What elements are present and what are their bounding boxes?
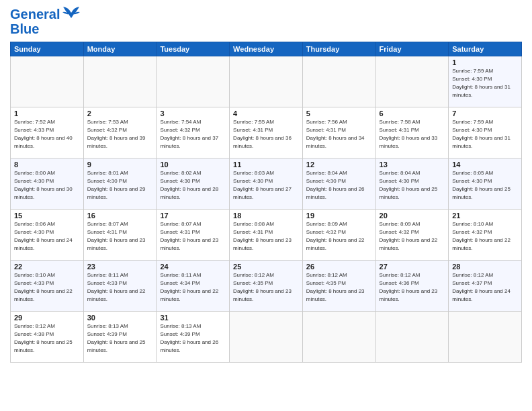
day-number: 6 — [380, 109, 445, 118]
day-cell — [157, 56, 230, 107]
day-cell: 24 Sunrise: 8:11 AM Sunset: 4:34 PM Dayl… — [157, 261, 230, 312]
day-cell: 27 Sunrise: 8:12 AM Sunset: 4:36 PM Dayl… — [375, 261, 449, 312]
day-number: 24 — [160, 263, 226, 271]
day-number: 15 — [14, 212, 80, 220]
day-cell: 7 Sunrise: 7:59 AM Sunset: 4:30 PM Dayli… — [449, 107, 522, 158]
day-number: 23 — [87, 263, 153, 271]
day-cell: 4 Sunrise: 7:55 AM Sunset: 4:31 PM Dayli… — [230, 107, 303, 158]
day-cell: 1 Sunrise: 7:52 AM Sunset: 4:33 PM Dayli… — [11, 107, 84, 158]
day-number: 22 — [14, 263, 80, 271]
day-number: 11 — [233, 161, 299, 169]
week-row-5: 22 Sunrise: 8:10 AM Sunset: 4:33 PM Dayl… — [11, 261, 522, 312]
col-header-tuesday: Tuesday — [157, 42, 230, 56]
day-cell: 6 Sunrise: 7:58 AM Sunset: 4:31 PM Dayli… — [375, 107, 449, 158]
col-header-friday: Friday — [375, 42, 449, 56]
day-number: 16 — [87, 212, 153, 220]
day-number: 31 — [160, 314, 226, 322]
day-cell: 30 Sunrise: 8:13 AM Sunset: 4:39 PM Dayl… — [83, 312, 157, 363]
day-cell: 26 Sunrise: 8:12 AM Sunset: 4:35 PM Dayl… — [302, 261, 375, 312]
calendar-table: SundayMondayTuesdayWednesdayThursdayFrid… — [10, 42, 522, 363]
day-cell: 1 Sunrise: 7:59 AM Sunset: 4:30 PM Dayli… — [449, 56, 522, 107]
day-cell: 21 Sunrise: 8:10 AM Sunset: 4:32 PM Dayl… — [449, 210, 522, 261]
day-cell: 3 Sunrise: 7:54 AM Sunset: 4:32 PM Dayli… — [157, 107, 230, 158]
day-info: Sunrise: 7:59 AM Sunset: 4:30 PM Dayligh… — [452, 68, 511, 98]
day-cell: 5 Sunrise: 7:56 AM Sunset: 4:31 PM Dayli… — [302, 107, 375, 158]
day-info: Sunrise: 7:52 AM Sunset: 4:33 PM Dayligh… — [14, 119, 73, 149]
day-cell: 22 Sunrise: 8:10 AM Sunset: 4:33 PM Dayl… — [11, 261, 84, 312]
day-info: Sunrise: 8:12 AM Sunset: 4:38 PM Dayligh… — [14, 323, 73, 353]
day-number: 29 — [14, 314, 80, 322]
col-header-saturday: Saturday — [449, 42, 522, 56]
day-info: Sunrise: 8:09 AM Sunset: 4:32 PM Dayligh… — [380, 221, 438, 251]
day-number: 13 — [380, 161, 445, 169]
day-info: Sunrise: 8:04 AM Sunset: 4:30 PM Dayligh… — [380, 170, 438, 200]
day-number: 20 — [380, 212, 445, 220]
page: General Blue SundayMondayTuesdayWednesda… — [0, 0, 532, 411]
day-cell — [449, 312, 522, 363]
day-cell: 19 Sunrise: 8:09 AM Sunset: 4:32 PM Dayl… — [302, 210, 375, 261]
day-cell: 13 Sunrise: 8:04 AM Sunset: 4:30 PM Dayl… — [375, 158, 449, 210]
day-info: Sunrise: 8:09 AM Sunset: 4:32 PM Dayligh… — [306, 221, 365, 251]
day-number: 12 — [306, 161, 372, 169]
day-cell — [83, 56, 157, 107]
day-cell: 17 Sunrise: 8:07 AM Sunset: 4:31 PM Dayl… — [157, 210, 230, 261]
col-header-sunday: Sunday — [11, 42, 84, 56]
col-header-wednesday: Wednesday — [230, 42, 303, 56]
day-number: 27 — [380, 263, 445, 271]
day-info: Sunrise: 7:54 AM Sunset: 4:32 PM Dayligh… — [160, 119, 218, 149]
day-cell — [302, 312, 375, 363]
day-number: 2 — [87, 109, 153, 118]
day-info: Sunrise: 8:11 AM Sunset: 4:34 PM Dayligh… — [160, 272, 218, 302]
day-info: Sunrise: 8:05 AM Sunset: 4:30 PM Dayligh… — [452, 170, 511, 200]
day-cell: 20 Sunrise: 8:09 AM Sunset: 4:32 PM Dayl… — [375, 210, 449, 261]
day-info: Sunrise: 8:07 AM Sunset: 4:31 PM Dayligh… — [160, 221, 218, 251]
day-info: Sunrise: 7:53 AM Sunset: 4:32 PM Dayligh… — [87, 119, 146, 149]
day-cell: 12 Sunrise: 8:04 AM Sunset: 4:30 PM Dayl… — [302, 158, 375, 210]
day-cell — [11, 56, 84, 107]
day-number: 7 — [452, 109, 518, 118]
day-cell: 31 Sunrise: 8:13 AM Sunset: 4:39 PM Dayl… — [157, 312, 230, 363]
day-cell: 15 Sunrise: 8:06 AM Sunset: 4:30 PM Dayl… — [11, 210, 84, 261]
day-cell — [375, 56, 449, 107]
day-cell: 8 Sunrise: 8:00 AM Sunset: 4:30 PM Dayli… — [11, 158, 84, 210]
day-info: Sunrise: 7:59 AM Sunset: 4:30 PM Dayligh… — [452, 119, 511, 149]
day-info: Sunrise: 7:55 AM Sunset: 4:31 PM Dayligh… — [233, 119, 292, 149]
day-info: Sunrise: 8:02 AM Sunset: 4:30 PM Dayligh… — [160, 170, 218, 200]
day-cell: 29 Sunrise: 8:12 AM Sunset: 4:38 PM Dayl… — [11, 312, 84, 363]
day-cell: 16 Sunrise: 8:07 AM Sunset: 4:31 PM Dayl… — [83, 210, 157, 261]
day-cell: 2 Sunrise: 7:53 AM Sunset: 4:32 PM Dayli… — [83, 107, 157, 158]
day-info: Sunrise: 8:12 AM Sunset: 4:36 PM Dayligh… — [380, 272, 438, 302]
week-row-3: 8 Sunrise: 8:00 AM Sunset: 4:30 PM Dayli… — [11, 158, 522, 210]
day-cell — [230, 56, 303, 107]
day-number: 3 — [160, 109, 226, 118]
day-number: 1 — [452, 58, 518, 66]
day-info: Sunrise: 8:01 AM Sunset: 4:30 PM Dayligh… — [87, 170, 146, 200]
week-row-2: 1 Sunrise: 7:52 AM Sunset: 4:33 PM Dayli… — [11, 107, 522, 158]
day-info: Sunrise: 8:00 AM Sunset: 4:30 PM Dayligh… — [14, 170, 73, 200]
header-row: SundayMondayTuesdayWednesdayThursdayFrid… — [11, 42, 522, 56]
logo-blue: Blue — [10, 21, 39, 36]
day-cell: 28 Sunrise: 8:12 AM Sunset: 4:37 PM Dayl… — [449, 261, 522, 312]
day-number: 10 — [160, 161, 226, 169]
day-info: Sunrise: 8:12 AM Sunset: 4:35 PM Dayligh… — [233, 272, 292, 302]
week-row-1: 1 Sunrise: 7:59 AM Sunset: 4:30 PM Dayli… — [11, 56, 522, 107]
day-info: Sunrise: 8:07 AM Sunset: 4:31 PM Dayligh… — [87, 221, 146, 251]
day-info: Sunrise: 8:11 AM Sunset: 4:33 PM Dayligh… — [87, 272, 146, 302]
day-info: Sunrise: 8:03 AM Sunset: 4:30 PM Dayligh… — [233, 170, 292, 200]
day-info: Sunrise: 8:13 AM Sunset: 4:39 PM Dayligh… — [87, 323, 146, 353]
day-info: Sunrise: 8:04 AM Sunset: 4:30 PM Dayligh… — [306, 170, 365, 200]
col-header-monday: Monday — [83, 42, 157, 56]
day-info: Sunrise: 7:58 AM Sunset: 4:31 PM Dayligh… — [380, 119, 438, 149]
day-number: 1 — [14, 109, 80, 118]
day-cell: 10 Sunrise: 8:02 AM Sunset: 4:30 PM Dayl… — [157, 158, 230, 210]
day-cell — [302, 56, 375, 107]
day-cell — [230, 312, 303, 363]
day-info: Sunrise: 8:12 AM Sunset: 4:37 PM Dayligh… — [452, 272, 511, 302]
day-cell: 25 Sunrise: 8:12 AM Sunset: 4:35 PM Dayl… — [230, 261, 303, 312]
day-number: 5 — [306, 109, 372, 118]
day-info: Sunrise: 8:13 AM Sunset: 4:39 PM Dayligh… — [160, 323, 218, 353]
day-number: 8 — [14, 161, 80, 169]
day-cell: 11 Sunrise: 8:03 AM Sunset: 4:30 PM Dayl… — [230, 158, 303, 210]
day-cell: 18 Sunrise: 8:08 AM Sunset: 4:31 PM Dayl… — [230, 210, 303, 261]
day-info: Sunrise: 8:10 AM Sunset: 4:32 PM Dayligh… — [452, 221, 511, 251]
